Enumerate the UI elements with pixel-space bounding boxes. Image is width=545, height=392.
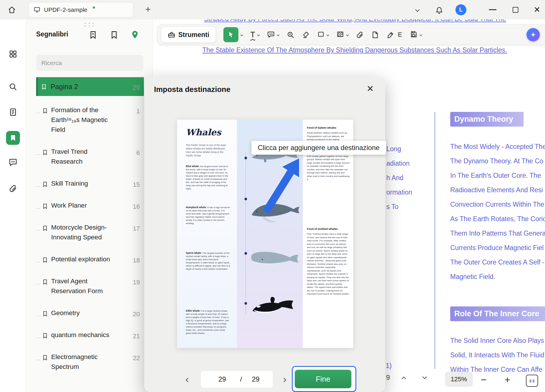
bookmark-icon xyxy=(41,84,47,90)
search-icon xyxy=(9,82,17,91)
rectangle-tool-button[interactable] xyxy=(317,31,325,39)
bookmarks-list: Pagina 2 29 Formation of the Earth¹⁶₁₉s … xyxy=(36,77,144,375)
shape-tool-dropdown[interactable] xyxy=(326,33,329,36)
close-icon: ✕ xyxy=(534,6,540,14)
account-avatar[interactable]: L xyxy=(455,0,466,19)
new-tab-button[interactable]: + xyxy=(142,3,154,16)
fit-actual-size-button[interactable]: 1:1 xyxy=(526,375,538,387)
save-icon xyxy=(410,30,418,38)
search-button[interactable] xyxy=(9,82,17,91)
bookmark-item[interactable]: Skill Training 15 xyxy=(36,176,144,191)
bookmark-item[interactable]: quantum mechanics 21 xyxy=(36,327,144,343)
comments-panel-button[interactable] xyxy=(9,158,17,167)
bookmark-item[interactable]: Motorcycle Design-Innovating Speed 17 xyxy=(36,220,144,245)
sperm-whale-image xyxy=(249,248,300,277)
notifications-button[interactable] xyxy=(435,0,443,19)
redact-tool-button[interactable] xyxy=(336,30,344,39)
bookmarks-panel-button[interactable] xyxy=(6,131,20,145)
doc-fragment: adiation xyxy=(386,156,412,171)
page-indicator-fragment: 9 xyxy=(386,373,390,382)
close-window-button[interactable]: ✕ xyxy=(534,0,540,19)
killer-whale-image xyxy=(251,294,299,324)
food-toothed-text: Fish: Toothed whales have a wide range o… xyxy=(307,232,350,346)
ai-assistant-button[interactable] xyxy=(527,28,540,41)
bookmark-label: Motorcycle Design-Innovating Speed xyxy=(51,223,112,242)
whale-paragraph: Killer whale: It is a large toothed whal… xyxy=(186,309,230,335)
chevron-down-icon xyxy=(415,8,420,12)
bookmark-item[interactable]: Electromagnetic Spectrum 22 xyxy=(36,349,144,375)
document-tab[interactable]: UPDF-2-sample xyxy=(29,2,133,17)
search-text-tool-button[interactable] xyxy=(287,31,294,39)
dialog-close-button[interactable]: ✕ xyxy=(365,84,375,94)
destination-tooltip: Clicca per aggiungere una destinazione xyxy=(251,141,386,155)
eraser-tool-button[interactable] xyxy=(302,31,310,39)
zoom-out-button[interactable]: − xyxy=(481,374,487,385)
attachment-tool-button[interactable] xyxy=(356,31,364,39)
add-bookmark-button[interactable] xyxy=(88,30,98,39)
bookmark-item-selected[interactable]: Pagina 2 29 xyxy=(36,77,144,96)
bookmark-item[interactable]: Formation of the Earth¹⁶₁₉s Magnetic Fie… xyxy=(36,102,144,138)
doc-heading-dynamo-theory: Dynamo Theory xyxy=(450,112,524,127)
zoom-in-button[interactable]: + xyxy=(505,374,510,385)
tools-menu-button[interactable]: Strumenti xyxy=(161,27,216,43)
finish-button[interactable]: Fine xyxy=(295,370,351,388)
bookmark-page-number: 22 xyxy=(133,352,140,372)
bookmark-item[interactable]: Travel Trend Reasearch 6 xyxy=(36,144,144,169)
whale-name: Killer whale: xyxy=(186,309,200,312)
bookmark-icon xyxy=(42,354,48,361)
bookmark-item[interactable]: Potential exploration 18 xyxy=(36,252,144,267)
comment-tool-button[interactable] xyxy=(267,30,275,39)
bookmark-item[interactable]: Travel Agent Reservation Form 19 xyxy=(36,273,144,299)
doc-clipped-fragments: Long adiation h And ormation s To xyxy=(386,142,412,214)
save-button[interactable] xyxy=(410,30,418,39)
text-tool-dropdown[interactable] xyxy=(257,33,260,36)
home-button[interactable] xyxy=(5,3,18,16)
next-page-button[interactable] xyxy=(279,376,288,384)
previous-page-button[interactable] xyxy=(183,376,192,384)
page-thumbnails-button[interactable] xyxy=(9,108,17,117)
whale-text: The largest member of the toothed whale … xyxy=(186,252,230,270)
doc-text-line-2: The Stable Existence Of The Atmosphere B… xyxy=(202,46,507,54)
bookmark-list-button[interactable] xyxy=(110,30,119,39)
bookmark-item[interactable]: Geometry 20 xyxy=(36,305,144,321)
bookmarks-search-input[interactable] xyxy=(36,55,143,71)
select-tool-button[interactable] xyxy=(223,27,238,42)
panel-drag-handle[interactable] xyxy=(85,23,95,27)
doc-line: Currents Produce Magnetic Fiel xyxy=(450,241,545,255)
comment-tool-dropdown[interactable] xyxy=(277,33,279,36)
timeline-dot xyxy=(244,198,247,200)
doc-fragment: s To xyxy=(386,199,412,214)
redact-tool-dropdown[interactable] xyxy=(346,33,349,36)
bookmark-label: Formation of the Earth¹⁶₁₉s Magnetic Fie… xyxy=(51,105,112,135)
signature-tool-button[interactable] xyxy=(387,31,394,39)
maximize-button[interactable] xyxy=(513,0,518,19)
bookmark-icon xyxy=(42,108,48,114)
updf-window: Stripped Away By Forces Such As The Sola… xyxy=(0,0,545,392)
bookmark-icon xyxy=(9,134,17,142)
tree-tick xyxy=(36,208,40,209)
apps-grid-button[interactable] xyxy=(9,50,17,58)
monitor-icon xyxy=(34,6,40,13)
attachments-panel-button[interactable] xyxy=(9,184,17,193)
toolbar-label-fragment: E xyxy=(398,31,402,38)
bookmark-icon xyxy=(42,310,48,317)
doc-line: Radioactive Elements And Resi xyxy=(450,183,545,197)
zoom-level[interactable]: 125% xyxy=(445,372,473,387)
tab-list-button[interactable] xyxy=(416,0,419,19)
save-dropdown[interactable] xyxy=(419,33,422,36)
note-tool-button[interactable] xyxy=(371,31,379,39)
doc-line: The Solid Inner Core Also Plays xyxy=(450,333,545,348)
bookmark-item[interactable]: Work Planer 16 xyxy=(36,198,144,213)
pin-button[interactable] xyxy=(130,30,140,39)
doc-inner-core-lines: The Solid Inner Core Also Plays Solid, I… xyxy=(450,333,545,377)
bookmark-icon xyxy=(42,203,48,209)
timeline-dot xyxy=(244,252,247,255)
bookmark-label: Electromagnetic Spectrum xyxy=(51,352,112,372)
select-tool-dropdown[interactable] xyxy=(240,33,243,36)
doc-line: In The Earth's Outer Core. The xyxy=(450,168,545,183)
edit-text-tool-button[interactable]: T xyxy=(250,30,255,39)
page-number-input[interactable] xyxy=(214,375,230,384)
bookmark-page-number: 1 xyxy=(136,105,140,135)
chevron-right-icon xyxy=(281,378,286,382)
minimize-button[interactable] xyxy=(489,0,496,19)
